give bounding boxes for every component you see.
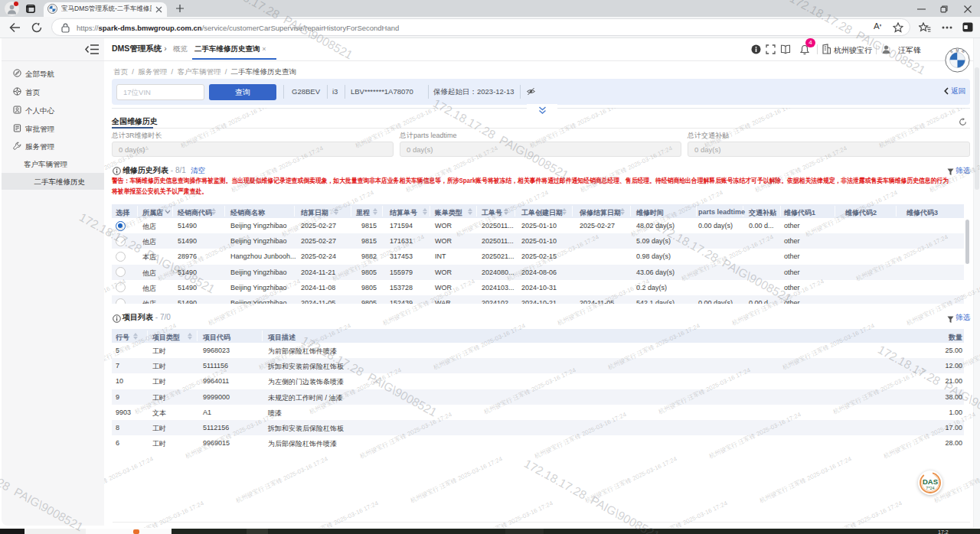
svg-text:M: M <box>956 49 959 53</box>
svg-text:7*24: 7*24 <box>926 486 934 490</box>
svg-text:DAS: DAS <box>923 477 938 486</box>
